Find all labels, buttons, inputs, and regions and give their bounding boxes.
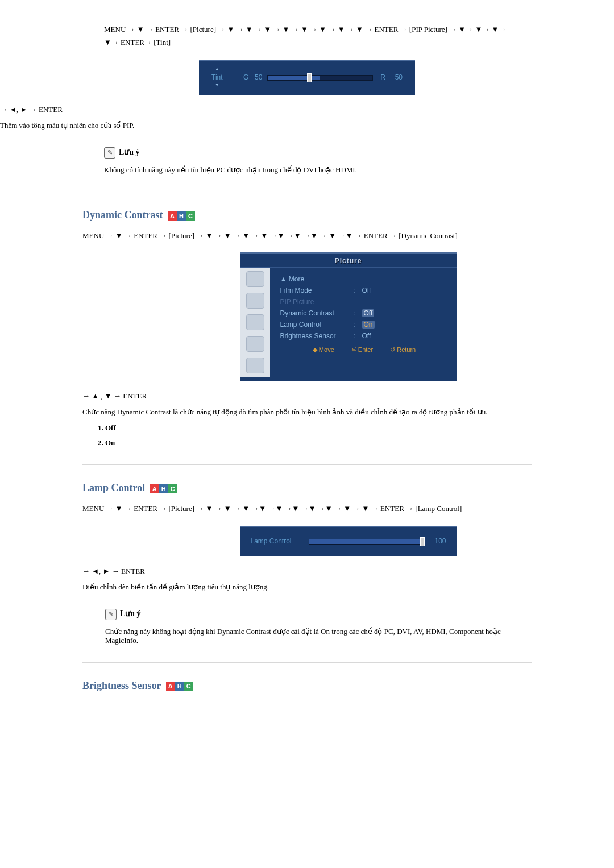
desc-dynamic: Chức năng Dynamic Contrast là chức năng … xyxy=(82,408,517,417)
osd-value: Off xyxy=(362,332,449,340)
heading-lamp-control-text: Lamp Control xyxy=(82,482,145,493)
option-off: Off xyxy=(105,423,614,433)
osd-footer-enter: ⏎ Enter xyxy=(351,346,373,354)
triangle-down-icon: ▼ xyxy=(211,81,223,89)
badge-h-icon: H xyxy=(175,682,184,691)
osd-sidebar-icon xyxy=(246,293,264,309)
nav-path-tint: MENU → ▼ → ENTER → [Picture] → ▼ → ▼ → ▼… xyxy=(104,23,517,49)
option-on: On xyxy=(105,438,614,447)
separator xyxy=(82,662,532,663)
desc-lamp: Điều chỉnh đèn biến tần để giảm lượng ti… xyxy=(82,583,517,592)
note-icon: ✎ xyxy=(105,609,117,620)
nav-path-lamp: MENU → ▼ → ENTER → [Picture] → ▼ → ▼ → ▼… xyxy=(82,502,517,515)
lamp-slider-track xyxy=(309,539,422,545)
osd-label: Dynamic Contrast xyxy=(280,309,354,317)
tint-slider-track xyxy=(267,75,373,81)
section-lamp-control: Lamp Control AHC MENU → ▼ → ENTER → [Pic… xyxy=(82,482,614,645)
osd-label: Brightness Sensor xyxy=(280,332,354,340)
osd-more-row: ▲ More xyxy=(280,273,449,285)
tint-label: Tint xyxy=(211,73,223,81)
note-lamp: ✎ Lưu ý Chức năng này không hoạt động kh… xyxy=(105,609,614,645)
section-brightness-sensor: Brightness Sensor AHC xyxy=(82,680,614,692)
osd-label: Film Mode xyxy=(280,286,354,294)
osd-row-lamp-control: Lamp Control : On xyxy=(280,319,449,330)
desc-tint: Thêm vào tông màu tự nhiên cho cửa sổ PI… xyxy=(0,121,517,130)
osd-lamp-screenshot: Lamp Control 100 xyxy=(240,526,457,556)
osd-colon: : xyxy=(354,286,362,294)
badge-a-icon: A xyxy=(166,682,175,691)
triangle-up-icon: ▲ xyxy=(211,65,223,73)
osd-sidebar-icon xyxy=(246,358,264,373)
heading-brightness-sensor-text: Brightness Sensor xyxy=(82,680,161,691)
document-page: MENU → ▼ → ENTER → [Picture] → ▼ → ▼ → ▼… xyxy=(0,0,614,745)
separator xyxy=(82,192,532,192)
badge-c-icon: C xyxy=(184,682,193,691)
ahc-badge: AHC xyxy=(166,682,193,691)
tint-label-col: ▲ Tint ▼ xyxy=(211,65,223,89)
badge-a-icon: A xyxy=(150,484,159,493)
note-title: Lưu ý xyxy=(119,147,140,157)
lamp-label: Lamp Control xyxy=(251,537,292,545)
osd-row-film-mode: Film Mode : Off xyxy=(280,285,449,296)
note-icon: ✎ xyxy=(104,147,115,159)
nav-post-lamp: → ◄, ► → ENTER xyxy=(82,567,517,576)
tint-r-value: 50 xyxy=(395,73,403,81)
osd-colon: : xyxy=(354,332,362,340)
ahc-badge: AHC xyxy=(168,211,195,221)
osd-highlight-off: Off xyxy=(362,309,375,317)
note-text: Chức năng này không hoạt động khi Dynami… xyxy=(105,627,517,645)
badge-c-icon: C xyxy=(168,484,177,493)
note-tint: ✎ Lưu ý Không có tính năng này nếu tín h… xyxy=(104,147,614,175)
note-text: Không có tính năng này nếu tín hiệu PC đ… xyxy=(104,165,517,175)
badge-c-icon: C xyxy=(186,211,195,221)
osd-row-pip-picture: PIP Picture xyxy=(280,296,449,308)
badge-a-icon: A xyxy=(168,211,177,221)
nav-path-dynamic: MENU → ▼ → ENTER → [Picture] → ▼ → ▼ → ▼… xyxy=(82,229,517,242)
osd-title: Picture xyxy=(240,254,457,268)
nav-post-dynamic: → ▲ , ▼ → ENTER xyxy=(82,392,517,401)
heading-dynamic-contrast: Dynamic Contrast AHC xyxy=(82,209,614,221)
badge-h-icon: H xyxy=(159,484,168,493)
osd-more-label: ▲ More xyxy=(280,275,354,283)
osd-tint-screenshot: ▲ Tint ▼ G 50 R 50 xyxy=(199,60,415,95)
osd-value-highlight: Off xyxy=(362,309,449,317)
lamp-value: 100 xyxy=(434,537,446,545)
osd-sidebar-icon xyxy=(246,336,264,352)
badge-h-icon: H xyxy=(177,211,186,221)
ahc-badge: AHC xyxy=(150,484,177,493)
osd-value: Off xyxy=(362,286,449,294)
osd-value-highlight: On xyxy=(362,321,449,329)
osd-row-dynamic-contrast: Dynamic Contrast : Off xyxy=(280,308,449,319)
osd-footer-return: ↺ Return xyxy=(390,346,416,354)
options-list: Off On xyxy=(105,423,614,447)
osd-colon: : xyxy=(354,321,362,329)
osd-colon: : xyxy=(354,309,362,317)
osd-label: Lamp Control xyxy=(280,321,354,329)
osd-highlight-on: On xyxy=(362,321,375,329)
osd-sidebar-icon xyxy=(246,271,264,287)
tint-box: ▲ Tint ▼ G 50 R 50 xyxy=(199,60,415,95)
lamp-slider-handle xyxy=(420,537,425,546)
osd-main: ▲ More Film Mode : Off PIP Picture Dynam… xyxy=(270,268,457,377)
note-title: Lưu ý xyxy=(120,609,141,618)
tint-g-value: 50 xyxy=(255,73,262,81)
tint-r-label: R xyxy=(380,73,385,81)
osd-body: ▲ More Film Mode : Off PIP Picture Dynam… xyxy=(240,268,457,377)
tint-g-label: G xyxy=(243,73,248,81)
section-dynamic-contrast: Dynamic Contrast AHC MENU → ▼ → ENTER → … xyxy=(82,209,614,447)
osd-picture-screenshot: Picture ▲ More Film Mode : Off xyxy=(240,252,457,381)
tint-slider-handle xyxy=(307,73,312,82)
heading-brightness-sensor: Brightness Sensor AHC xyxy=(82,680,614,692)
section-tint: MENU → ▼ → ENTER → [Picture] → ▼ → ▼ → ▼… xyxy=(0,23,614,175)
osd-label: PIP Picture xyxy=(280,298,354,306)
separator xyxy=(82,464,532,465)
osd-footer: ◆ Move ⏎ Enter ↺ Return xyxy=(280,342,449,354)
osd-sidebar xyxy=(240,268,270,377)
osd-sidebar-icon xyxy=(246,314,264,330)
osd-row-brightness-sensor: Brightness Sensor : Off xyxy=(280,330,449,342)
heading-lamp-control: Lamp Control AHC xyxy=(82,482,614,494)
osd-footer-move: ◆ Move xyxy=(313,346,334,354)
heading-dynamic-contrast-text: Dynamic Contrast xyxy=(82,209,163,221)
nav-post-tint: → ◄, ► → ENTER xyxy=(0,105,517,114)
